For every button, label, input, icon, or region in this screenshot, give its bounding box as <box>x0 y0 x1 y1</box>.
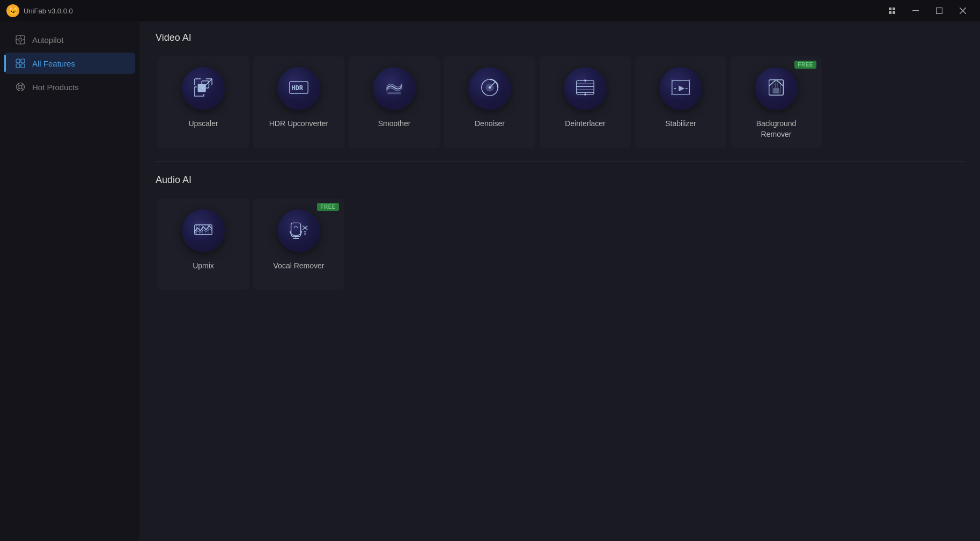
video-ai-title: Video AI <box>156 32 964 43</box>
smoother-icon-wrap <box>373 67 416 110</box>
feature-label: BackgroundRemover <box>756 119 797 140</box>
upmix-icon-wrap <box>182 209 225 252</box>
svg-rect-29 <box>387 92 401 94</box>
close-button[interactable] <box>952 2 974 19</box>
stabilizer-icon-wrap <box>659 67 702 110</box>
feature-card-upscaler[interactable]: Upscaler <box>158 56 249 148</box>
app-logo: 🐱 <box>6 4 19 17</box>
svg-point-5 <box>19 38 22 41</box>
svg-point-32 <box>489 86 491 89</box>
vocal-remover-icon <box>289 220 308 242</box>
svg-line-17 <box>21 84 23 86</box>
svg-text:HDR: HDR <box>291 84 303 92</box>
upscaler-icon <box>194 78 213 99</box>
menu-button[interactable] <box>881 2 903 19</box>
svg-marker-39 <box>584 92 586 95</box>
stabilizer-icon <box>671 78 690 99</box>
svg-line-19 <box>21 88 23 90</box>
feature-card-denoiser[interactable]: Denoiser <box>444 56 535 148</box>
feature-label: Upscaler <box>188 119 218 129</box>
feature-label: Vocal Remover <box>274 261 325 272</box>
feature-card-stabilizer[interactable]: Stabilizer <box>635 56 726 148</box>
feature-card-vocal-remover[interactable]: FREE <box>253 199 344 290</box>
maximize-button[interactable] <box>929 2 950 19</box>
all-features-icon <box>15 58 26 69</box>
upmix-icon <box>194 220 213 242</box>
autopilot-icon <box>15 34 26 45</box>
svg-rect-1 <box>937 8 942 14</box>
section-divider <box>156 161 964 162</box>
svg-rect-0 <box>912 10 919 11</box>
window-controls <box>881 2 974 19</box>
menu-icon <box>889 8 895 14</box>
sidebar-item-all-features[interactable]: All Features <box>4 53 135 74</box>
deinterlacer-icon <box>576 78 595 99</box>
svg-line-18 <box>18 88 19 90</box>
audio-ai-grid: Upmix FREE <box>156 196 964 292</box>
vocal-remover-icon-wrap <box>277 209 320 252</box>
hdr-icon: HDR <box>289 78 308 99</box>
svg-marker-41 <box>679 85 684 91</box>
feature-label: Stabilizer <box>665 119 696 129</box>
deinterlacer-icon-wrap <box>564 67 607 110</box>
svg-point-63 <box>304 231 306 233</box>
video-ai-grid: Upscaler HDR HDR Upconverter <box>156 54 964 150</box>
feature-card-smoother[interactable]: Smoother <box>349 56 440 148</box>
upscaler-icon-wrap <box>182 67 225 110</box>
feature-label: Smoother <box>378 119 411 129</box>
svg-rect-10 <box>16 59 20 63</box>
sidebar: Autopilot All Features <box>0 21 139 541</box>
denoiser-icon <box>480 78 499 99</box>
bg-remover-icon-wrap <box>755 67 798 110</box>
svg-rect-13 <box>21 64 25 68</box>
feature-label: Denoiser <box>475 119 505 129</box>
svg-line-24 <box>205 79 212 86</box>
audio-ai-title: Audio AI <box>156 174 964 186</box>
svg-marker-38 <box>584 80 586 83</box>
feature-label: Upmix <box>193 261 214 272</box>
bg-remover-icon <box>767 78 786 99</box>
sidebar-item-label: Autopilot <box>32 35 63 45</box>
smoother-icon <box>385 78 404 99</box>
free-badge: FREE <box>317 203 339 211</box>
sidebar-item-autopilot[interactable]: Autopilot <box>4 29 135 50</box>
minimize-button[interactable] <box>905 2 926 19</box>
app-title: UniFab v3.0.0.0 <box>24 7 73 15</box>
feature-label: Deinterlacer <box>565 119 605 129</box>
sidebar-item-hot-products[interactable]: Hot Products <box>4 76 135 98</box>
feature-label: HDR Upconverter <box>269 119 328 129</box>
main-content: Video AI <box>139 21 980 541</box>
svg-rect-50 <box>773 88 779 93</box>
feature-card-deinterlacer[interactable]: Deinterlacer <box>540 56 631 148</box>
svg-point-64 <box>304 233 306 235</box>
hdr-icon-wrap: HDR <box>277 67 320 110</box>
denoiser-icon-wrap <box>468 67 511 110</box>
sidebar-item-label: All Features <box>32 59 75 68</box>
app-body: Autopilot All Features <box>0 21 980 541</box>
feature-card-upmix[interactable]: Upmix <box>158 199 249 290</box>
svg-point-14 <box>17 83 25 91</box>
svg-rect-11 <box>21 59 25 63</box>
svg-rect-12 <box>16 64 20 68</box>
feature-card-bg-remover[interactable]: FREE BackgroundRemover <box>731 56 822 148</box>
hot-products-icon <box>15 82 26 92</box>
free-badge: FREE <box>794 61 816 69</box>
svg-rect-58 <box>291 223 301 237</box>
svg-line-16 <box>18 84 19 86</box>
sidebar-item-label: Hot Products <box>32 83 79 92</box>
feature-card-hdr[interactable]: HDR HDR Upconverter <box>253 56 344 148</box>
titlebar: 🐱 UniFab v3.0.0.0 <box>0 0 980 21</box>
